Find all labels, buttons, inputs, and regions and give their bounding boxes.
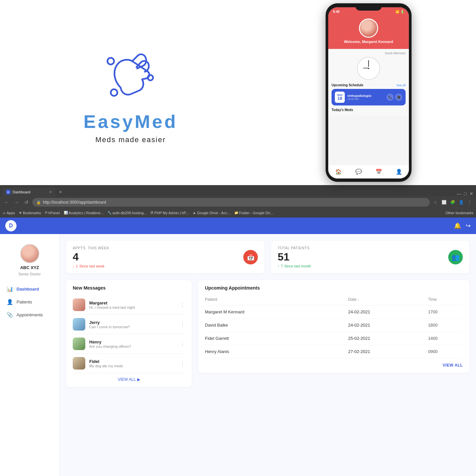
sidebar-item-dashboard[interactable]: 📊 Dashboard: [0, 283, 59, 296]
phone-appt-icons: 📞 🎥: [386, 94, 402, 101]
bookmark-bookmarks[interactable]: ★ Bookmarks: [19, 211, 41, 215]
table-row: David Balke 24-02-2021 1800: [205, 319, 463, 332]
easymed-logo-icon: [94, 41, 167, 107]
window-maximize-button[interactable]: □: [464, 191, 467, 196]
bookmark-auth-icon: 🔧: [107, 211, 111, 215]
stat-appts-value: 4: [73, 251, 109, 263]
stat-patients-change-num: 7: [281, 264, 283, 268]
new-tab-button[interactable]: +: [56, 188, 65, 196]
phone-screen: 9:40 📶 🔋 Welcome, Margaret Kennard Good …: [328, 7, 409, 178]
app-topbar: D 🔔 ↪: [0, 218, 476, 234]
bookmark-hpanel[interactable]: H hPanel: [45, 211, 60, 215]
time-2: 1800: [428, 319, 463, 332]
browser-controls-bar: ← → ↺ 🔒 http://localhost:3000/app/dashbo…: [0, 196, 476, 208]
messages-view-all[interactable]: VIEW ALL ▶: [73, 377, 185, 382]
browser-forward-button[interactable]: →: [13, 198, 20, 206]
app-logo[interactable]: D: [5, 220, 17, 231]
browser-lock-icon: 🔒: [36, 200, 41, 205]
msg-text-margaret: Hi, I missed a med last night: [89, 305, 176, 309]
bookmark-phpmyadmin[interactable]: M PHP My Admin | hP...: [151, 211, 189, 215]
browser-back-button[interactable]: ←: [3, 198, 11, 206]
phone-good-afternoon: Good Afternoon: [332, 52, 406, 55]
bookmark-auth[interactable]: 🔧 auth-db208.hosting...: [107, 211, 146, 215]
stat-appts-arrow: ↓: [73, 264, 75, 268]
table-row: Henry Alanis 27-02-2021 0900: [205, 345, 463, 358]
appointments-table-head: Patient Date ↓ Time: [205, 295, 463, 305]
message-item-margaret: Margaret Hi, I missed a med last night ⋮: [73, 295, 185, 315]
phone-appointment-card[interactable]: WED 18 Orthopediologist 10:00 AM 📞 🎥: [332, 89, 406, 105]
browser-refresh-button[interactable]: ↺: [22, 198, 30, 206]
msg-content-jerry: Jerry Can I come in tomorrow?: [89, 320, 176, 329]
msg-menu-fidel[interactable]: ⋮: [180, 360, 185, 367]
sidebar-dashboard-label: Dashboard: [17, 287, 39, 292]
bookmark-apps[interactable]: ⚏ Apps: [3, 211, 15, 215]
patient-1: Margaret M Kennard: [205, 305, 348, 319]
tab-close-button[interactable]: ✕: [49, 190, 52, 194]
phone-appt-type: Orthopediologist: [347, 94, 384, 98]
browser-extensions-icon[interactable]: 🧩: [449, 199, 456, 206]
bookmark-analytics[interactable]: 📊 Analytics | Realtime...: [64, 211, 104, 215]
window-minimize-button[interactable]: —: [457, 191, 461, 196]
stat-appts-change-text: Since last week: [79, 264, 104, 268]
phone-nav-calendar-icon[interactable]: 📅: [376, 169, 382, 175]
sidebar-patients-label: Patients: [17, 299, 32, 304]
dashboard-app: D 🔔 ↪ ABC XYZ Senior Doctor 📊 Dashboard …: [0, 218, 476, 476]
sidebar-user-role: Senior Doctor: [19, 272, 41, 276]
bookmark-other-label: Other bookmarks: [446, 211, 473, 215]
phone-status-icons: 📶 🔋: [395, 10, 404, 14]
browser-bookmark-icon[interactable]: ☆: [432, 199, 439, 206]
messages-card-title: New Messages: [73, 285, 185, 291]
bookmark-other[interactable]: Other bookmarks: [446, 211, 473, 215]
browser-tab-dashboard[interactable]: D Dashboard ✕: [3, 188, 56, 196]
stat-appts-icon-btn[interactable]: 📅: [243, 250, 258, 264]
table-row: Margaret M Kennard 24-02-2021 1700: [205, 305, 463, 319]
appointments-view-all-button[interactable]: VIEW ALL: [443, 363, 463, 368]
patient-3: Fidel Garrett: [205, 332, 348, 345]
col-date[interactable]: Date ↓: [348, 295, 428, 305]
bookmark-gdrive-label: Google Drive - Acc...: [197, 211, 230, 215]
logout-icon[interactable]: ↪: [466, 222, 471, 229]
bookmark-auth-label: auth-db208.hosting...: [112, 211, 146, 215]
phone-nav-home-icon[interactable]: 🏠: [335, 169, 342, 175]
bookmark-php-icon: M: [151, 211, 153, 215]
browser-menu-icon[interactable]: ⋮: [466, 199, 473, 206]
msg-text-jerry: Can I come in tomorrow?: [89, 325, 176, 329]
msg-menu-henry[interactable]: ⋮: [180, 341, 185, 347]
stat-patients-icon-btn[interactable]: 👥: [448, 250, 463, 264]
browser-profile-icon[interactable]: 👤: [457, 199, 465, 206]
phone-area: 9:40 📶 🔋 Welcome, Margaret Kennard Good …: [261, 0, 476, 185]
app-content: APPTS. THIS WEEK 4 ↓ 1 Since last week 📅…: [60, 234, 476, 476]
bookmark-phpmyadmin-label: PHP My Admin | hP...: [154, 211, 189, 215]
msg-avatar-henry: [73, 337, 85, 350]
sidebar-item-appointments[interactable]: 📎 Appointments: [0, 308, 59, 321]
bookmark-folder[interactable]: 📁 Folder - Google Dri...: [234, 211, 273, 215]
phone-video-icon[interactable]: 🎥: [395, 94, 402, 101]
phone-call-icon[interactable]: 📞: [386, 94, 394, 101]
phone-see-all[interactable]: See all: [396, 84, 406, 87]
msg-menu-margaret[interactable]: ⋮: [180, 302, 185, 308]
phone-today-meds-title: Today's Meds: [332, 108, 406, 112]
notification-icon[interactable]: 🔔: [454, 222, 461, 229]
appointments-table: Patient Date ↓ Time: [205, 295, 463, 358]
msg-content-henry: Henry Are you changing offices?: [89, 339, 176, 348]
msg-menu-jerry[interactable]: ⋮: [180, 321, 185, 328]
phone-nav-profile-icon[interactable]: 👤: [396, 169, 402, 175]
phone-nav-chat-icon[interactable]: 💬: [355, 169, 362, 175]
stat-patients-label: TOTAL PATIENTS: [278, 246, 311, 250]
browser-screenshot-icon[interactable]: ⬜: [440, 199, 448, 206]
msg-name-fidel: Fidel: [89, 359, 176, 364]
stat-card-appointments: APPTS. THIS WEEK 4 ↓ 1 Since last week 📅: [66, 241, 264, 273]
bookmark-gdrive[interactable]: ▲ Google Drive - Acc...: [193, 211, 230, 215]
phone-welcome: Welcome, Margaret Kennard: [344, 40, 393, 44]
sidebar-item-patients[interactable]: 👤 Patients: [0, 296, 59, 308]
window-close-button[interactable]: ✕: [469, 191, 473, 196]
messages-view-all-label: VIEW ALL: [118, 377, 136, 382]
phone-avatar: [359, 19, 378, 38]
stat-patients-change: ↑ 7 Since last month: [278, 264, 311, 268]
stat-patients-info: TOTAL PATIENTS 51 ↑ 7 Since last month: [278, 246, 311, 268]
time-4: 0900: [428, 345, 463, 358]
col-time: Time: [428, 295, 463, 305]
messages-col: New Messages Margaret Hi, I missed a med…: [66, 280, 192, 387]
appointments-card: Upcoming Appointments Patient Date ↓: [198, 280, 469, 373]
browser-url-bar[interactable]: 🔒 http://localhost:3000/app/dashboard: [32, 198, 430, 207]
